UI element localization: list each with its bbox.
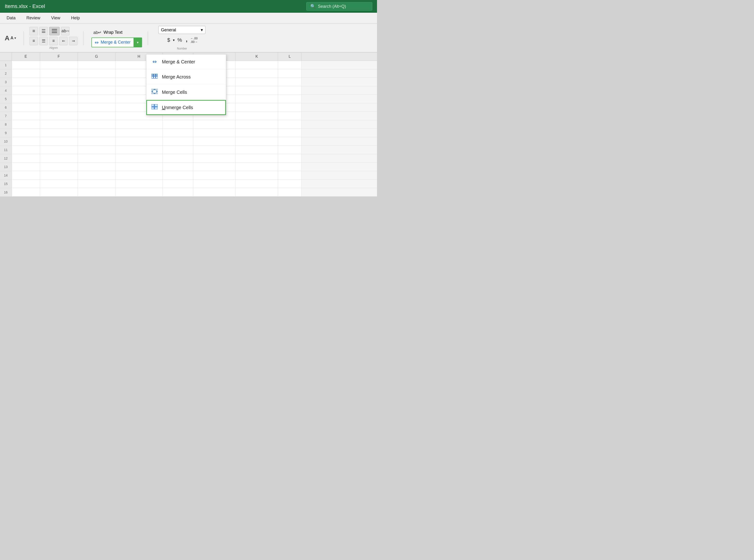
grid-cell[interactable] — [278, 86, 302, 95]
merge-center-btn[interactable]: ⇔ Merge & Center ▾ — [91, 38, 142, 47]
grid-cell[interactable] — [12, 69, 40, 78]
align-bottom-center-btn[interactable]: ☰ — [39, 37, 48, 45]
grid-cell[interactable] — [163, 188, 193, 196]
grid-cell[interactable] — [12, 188, 40, 196]
increase-decimal[interactable]: ←.00 — [190, 37, 198, 40]
col-header-k[interactable]: K — [236, 53, 278, 61]
grid-cell[interactable] — [278, 137, 302, 145]
grid-cell[interactable] — [236, 129, 278, 137]
menu-item-help[interactable]: Help — [69, 15, 82, 21]
grid-cell[interactable] — [236, 137, 278, 145]
grid-cell[interactable] — [163, 180, 193, 188]
grid-cell[interactable] — [278, 180, 302, 188]
grid-cell[interactable] — [163, 146, 193, 154]
grid-cell[interactable] — [163, 120, 193, 128]
grid-cell[interactable] — [116, 163, 163, 171]
grid-cell[interactable] — [236, 163, 278, 171]
grid-cell[interactable] — [278, 112, 302, 120]
grid-cell[interactable] — [193, 163, 236, 171]
grid-cell[interactable] — [78, 95, 116, 103]
grid-cell[interactable] — [78, 112, 116, 120]
grid-cell[interactable] — [12, 154, 40, 162]
grid-cell[interactable] — [12, 78, 40, 86]
dropdown-item-merge-across[interactable]: Merge Across — [146, 69, 226, 85]
grid-cell[interactable] — [40, 146, 78, 154]
align-left-btn[interactable]: ≡ — [29, 27, 38, 35]
grid-cell[interactable] — [12, 137, 40, 145]
col-header-l[interactable]: L — [278, 53, 302, 61]
grid-cell[interactable] — [12, 163, 40, 171]
grid-cell[interactable] — [278, 103, 302, 112]
grid-cell[interactable] — [78, 78, 116, 86]
grid-cell[interactable] — [236, 180, 278, 188]
grid-cell[interactable] — [236, 188, 278, 196]
grid-cell[interactable] — [40, 163, 78, 171]
grid-cell[interactable] — [193, 146, 236, 154]
grid-cell[interactable] — [163, 163, 193, 171]
percent-sign[interactable]: % — [177, 37, 183, 44]
grid-cell[interactable] — [193, 180, 236, 188]
grid-cell[interactable] — [278, 78, 302, 86]
align-bottom-right-btn[interactable]: ≡ — [49, 37, 58, 45]
grid-cell[interactable] — [236, 103, 278, 112]
grid-cell[interactable] — [40, 112, 78, 120]
grid-cell[interactable] — [163, 171, 193, 179]
grid-cell[interactable] — [278, 171, 302, 179]
grid-cell[interactable] — [40, 120, 78, 128]
align-right-btn[interactable] — [49, 27, 60, 35]
grid-cell[interactable] — [40, 137, 78, 145]
search-input[interactable] — [318, 4, 365, 9]
format-painter-btn[interactable]: ab↵c — [61, 27, 69, 35]
merge-center-main[interactable]: ⇔ Merge & Center — [92, 38, 134, 47]
grid-cell[interactable] — [193, 120, 236, 128]
grid-cell[interactable] — [40, 95, 78, 103]
grid-cell[interactable] — [116, 171, 163, 179]
grid-cell[interactable] — [193, 188, 236, 196]
grid-cell[interactable] — [40, 180, 78, 188]
grid-cell[interactable] — [236, 146, 278, 154]
grid-cell[interactable] — [278, 146, 302, 154]
grid-cell[interactable] — [40, 171, 78, 179]
grid-cell[interactable] — [40, 154, 78, 162]
grid-cell[interactable] — [116, 129, 163, 137]
grid-cell[interactable] — [278, 163, 302, 171]
grid-cell[interactable] — [193, 129, 236, 137]
grid-cell[interactable] — [278, 61, 302, 69]
align-center-btn[interactable]: ☰ — [39, 27, 48, 35]
grid-cell[interactable] — [78, 120, 116, 128]
dropdown-item-merge-cells[interactable]: Merge Cells — [146, 85, 226, 100]
col-header-f[interactable]: F — [40, 53, 78, 61]
grid-cell[interactable] — [12, 129, 40, 137]
grid-cell[interactable] — [40, 61, 78, 69]
grid-cell[interactable] — [12, 112, 40, 120]
grid-cell[interactable] — [236, 95, 278, 103]
grid-cell[interactable] — [40, 78, 78, 86]
grid-cell[interactable] — [12, 171, 40, 179]
grid-cell[interactable] — [40, 69, 78, 78]
dollar-sign[interactable]: $ — [166, 37, 171, 44]
grid-cell[interactable] — [78, 163, 116, 171]
grid-cell[interactable] — [236, 154, 278, 162]
grid-cell[interactable] — [193, 154, 236, 162]
grid-cell[interactable] — [12, 120, 40, 128]
grid-cell[interactable] — [278, 69, 302, 78]
grid-cell[interactable] — [78, 146, 116, 154]
grid-cell[interactable] — [12, 103, 40, 112]
grid-cell[interactable] — [163, 154, 193, 162]
merge-center-dropdown-btn[interactable]: ▾ — [134, 38, 142, 47]
grid-cell[interactable] — [12, 86, 40, 95]
grid-cell[interactable] — [193, 171, 236, 179]
menu-item-review[interactable]: Review — [24, 15, 42, 21]
grid-cell[interactable] — [236, 69, 278, 78]
grid-cell[interactable] — [12, 146, 40, 154]
grid-cell[interactable] — [12, 61, 40, 69]
grid-cell[interactable] — [236, 61, 278, 69]
grid-cell[interactable] — [78, 61, 116, 69]
increase-indent-btn[interactable]: ⇒ — [69, 37, 78, 45]
decrease-indent-btn[interactable]: ⇐ — [59, 37, 68, 45]
grid-cell[interactable] — [78, 154, 116, 162]
grid-cell[interactable] — [236, 120, 278, 128]
grid-cell[interactable] — [116, 120, 163, 128]
grid-cell[interactable] — [278, 154, 302, 162]
grid-cell[interactable] — [116, 137, 163, 145]
